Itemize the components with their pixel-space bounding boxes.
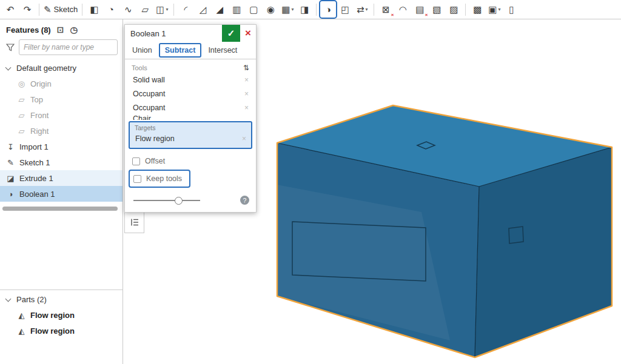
sketch-button[interactable]: ✎ Sketch — [44, 2, 78, 17]
chevron-down-icon[interactable]: ▾ — [498, 7, 500, 12]
slider-track[interactable] — [133, 200, 200, 201]
toolbar-divider — [465, 4, 466, 16]
boolean-button[interactable]: ◑ — [321, 2, 335, 17]
confirm-button[interactable]: ✓ — [222, 25, 240, 42]
slider-handle[interactable] — [175, 197, 183, 205]
remove-icon[interactable]: × — [244, 104, 249, 112]
tree-item-label: Boolean 1 — [19, 190, 55, 199]
tools-item-occupant-1[interactable]: Occupant × — [129, 87, 252, 101]
toolbar-divider — [374, 4, 374, 16]
hole-button[interactable]: ◉ — [263, 2, 278, 17]
tree-item-label: Top — [30, 95, 43, 104]
boolean-operation-tabs: Union Subtract Intersect — [125, 42, 256, 59]
delete-face-button[interactable]: ▤ × — [412, 2, 427, 17]
replace-face-button[interactable]: ▨ — [446, 2, 461, 17]
shell-button[interactable]: ▢ — [246, 2, 261, 17]
features-panel: Features (8) ⊡ ◷ Default geometry ◎ Orig… — [0, 19, 123, 364]
help-icon[interactable]: ? — [240, 196, 249, 205]
main-toolbar: ↶ ↷ ✎ Sketch ◧ ◔ ∿ ▱ ◫ ▾ ◜ ◿ ◢ ▥ ▢ ◉ ▦ ▾… — [0, 0, 621, 19]
tree-group-default-geometry[interactable]: Default geometry — [0, 60, 123, 76]
dialog-title: Boolean 1 — [125, 25, 222, 42]
transform-button[interactable]: ⇄ ▾ — [355, 2, 369, 17]
tab-intersect[interactable]: Intersect — [203, 44, 242, 56]
toolbar-divider — [173, 4, 174, 16]
tree-item-extrude-1[interactable]: ◪ Extrude 1 — [0, 170, 123, 186]
chevron-down-icon[interactable]: ▾ — [166, 7, 168, 12]
filter-input[interactable] — [19, 39, 118, 55]
tree-item-boolean-1[interactable]: ◑ Boolean 1 — [0, 186, 123, 202]
linear-pattern-button[interactable]: ▦ ▾ — [280, 2, 295, 17]
feature-list-toggle-icon — [129, 217, 140, 228]
chamfer-button[interactable]: ◿ — [195, 2, 210, 17]
remove-icon[interactable]: × — [244, 76, 249, 84]
sort-icon[interactable]: ⇅ — [243, 64, 249, 72]
parts-section: Parts (2) ◭ Flow region ◭ Flow region — [0, 290, 123, 339]
tree-item-import-1[interactable]: ↧ Import 1 — [0, 139, 123, 154]
tab-union[interactable]: Union — [127, 44, 157, 56]
split-button[interactable]: ◰ — [338, 2, 352, 17]
tools-item-partial[interactable]: Chair — [129, 114, 252, 120]
dialog-header: Boolean 1 ✓ × — [125, 25, 256, 42]
keep-tools-label: Keep tools — [146, 174, 182, 183]
delete-part-button[interactable]: ⊠ × — [378, 2, 393, 17]
sheet-metal-button[interactable]: ▣ ▾ — [487, 2, 502, 17]
rib-icon: ▥ — [232, 4, 241, 15]
undo-icon: ↶ — [7, 4, 15, 15]
extrude-button[interactable]: ◧ — [87, 2, 101, 17]
toolbar-divider — [82, 4, 82, 16]
plane-icon: ▱ — [17, 95, 26, 104]
collapse-panel-icon[interactable]: ⊡ — [57, 25, 64, 35]
mirror-button[interactable]: ◨ — [297, 2, 312, 17]
sweep-button[interactable]: ∿ — [121, 2, 135, 17]
revolve-button[interactable]: ◔ — [104, 2, 118, 17]
tree-item-top-plane[interactable]: ▱ Top — [0, 91, 123, 107]
tree-group-label: Default geometry — [16, 64, 76, 73]
tree-item-sketch-1[interactable]: ✎ Sketch 1 — [0, 154, 123, 170]
tree-item-origin[interactable]: ◎ Origin — [0, 76, 123, 91]
loft-button[interactable]: ▱ — [138, 2, 152, 17]
feature-list-toggle-button[interactable] — [124, 211, 144, 233]
tools-item-solid-wall[interactable]: Solid wall × — [129, 73, 252, 87]
chevron-down-icon[interactable]: ▾ — [291, 7, 294, 12]
thicken-button[interactable]: ◫ ▾ — [155, 2, 169, 17]
chevron-down-icon[interactable] — [5, 296, 12, 302]
keep-tools-checkbox-row[interactable]: Keep tools — [133, 174, 182, 183]
keep-tools-checkbox[interactable] — [133, 175, 141, 183]
cancel-button[interactable]: × — [240, 25, 256, 42]
close-icon: × — [245, 27, 251, 39]
targets-item-flow-region[interactable]: Flow region × — [131, 131, 250, 145]
offset-checkbox[interactable] — [132, 157, 140, 165]
parts-group-header[interactable]: Parts (2) — [0, 291, 123, 307]
redo-button[interactable]: ↷ — [20, 2, 35, 17]
move-face-button[interactable]: ▧ — [429, 2, 444, 17]
chevron-down-icon[interactable] — [5, 64, 12, 70]
offset-surface-button[interactable]: ▩ — [470, 2, 485, 17]
features-horizontal-scrollbar[interactable] — [2, 207, 118, 211]
part-icon: ◭ — [17, 326, 26, 336]
frame-button[interactable]: ▯ — [504, 2, 519, 17]
offset-surface-icon: ▩ — [473, 4, 482, 15]
tree-item-front-plane[interactable]: ▱ Front — [0, 107, 123, 123]
boolean-icon: ◑ — [326, 4, 331, 15]
offset-checkbox-row[interactable]: Offset — [132, 157, 252, 165]
remove-icon[interactable]: × — [242, 134, 246, 143]
part-item-flow-region-1[interactable]: ◭ Flow region — [0, 307, 123, 323]
tree-item-label: Sketch 1 — [19, 158, 50, 167]
move-face-icon: ▧ — [432, 4, 441, 15]
chevron-down-icon[interactable]: ▾ — [366, 7, 368, 12]
tree-item-right-plane[interactable]: ▱ Right — [0, 123, 123, 139]
part-item-flow-region-2[interactable]: ◭ Flow region — [0, 323, 123, 339]
targets-field[interactable]: Targets Flow region × — [129, 121, 252, 149]
tools-item-label: Occupant — [133, 104, 166, 112]
boolean-dialog: Boolean 1 ✓ × Union Subtract Intersect T… — [124, 24, 257, 213]
history-clock-icon[interactable]: ◷ — [70, 25, 77, 35]
filter-funnel-icon[interactable] — [6, 44, 15, 51]
rib-button[interactable]: ▥ — [229, 2, 244, 17]
fillet-button[interactable]: ◜ — [178, 2, 193, 17]
tab-subtract[interactable]: Subtract — [159, 43, 202, 58]
modify-fillet-button[interactable]: ◠ — [395, 2, 410, 17]
remove-icon[interactable]: × — [244, 90, 249, 98]
undo-button[interactable]: ↶ — [3, 2, 18, 17]
draft-button[interactable]: ◢ — [212, 2, 227, 17]
tools-item-occupant-2[interactable]: Occupant × — [129, 101, 252, 114]
